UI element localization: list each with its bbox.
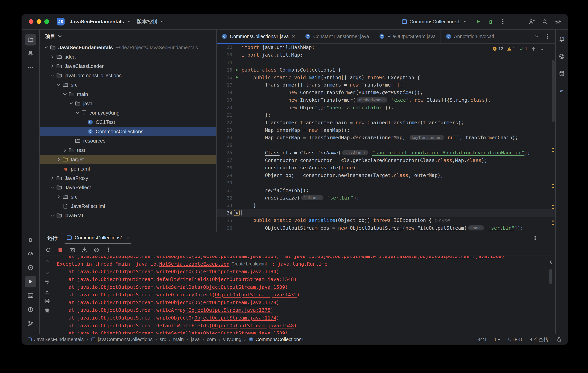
minimize-window-button[interactable] xyxy=(37,19,41,24)
inspection-count[interactable]: 1 xyxy=(507,46,515,51)
clear-console-icon[interactable] xyxy=(44,308,50,314)
tree-chevron-icon[interactable] xyxy=(49,212,56,219)
run-configuration-selector[interactable]: CommonsCollections1 xyxy=(399,16,471,27)
stack-trace-link[interactable]: ObjectOutputStream.java:1548 xyxy=(212,277,294,282)
breadcrumb-item[interactable]: src xyxy=(160,337,166,342)
close-tab-icon[interactable]: × xyxy=(126,235,129,240)
run-gutter-icon[interactable] xyxy=(234,74,240,81)
create-breakpoint-link[interactable]: Create breakpoint xyxy=(230,261,269,267)
tree-item-target[interactable]: target xyxy=(40,155,216,164)
code-line-25[interactable]: 25 xyxy=(217,141,555,149)
code-line-29[interactable]: 29 Object obj = constructor.newInstance(… xyxy=(217,171,555,179)
mute-icon[interactable] xyxy=(93,247,100,253)
problems-tool-icon[interactable] xyxy=(25,304,36,315)
prev-occurrence-icon[interactable] xyxy=(44,259,50,265)
line-number[interactable]: 32 xyxy=(217,195,232,201)
code-line-32[interactable]: 32 unserialize(fileName: "ser.bin"); xyxy=(217,194,555,202)
tree-item-javacommonscollections[interactable]: javaCommonsCollections xyxy=(40,71,216,80)
print-icon[interactable] xyxy=(44,298,50,304)
scroll-to-end-icon[interactable] xyxy=(44,288,50,294)
line-number[interactable]: 26 xyxy=(217,150,232,155)
tree-item-javasecfundamentals[interactable]: JavaSecFundamentals~/IdeaProjects/JavaSe… xyxy=(40,43,216,52)
code-line-31[interactable]: 31 serialize(obj); xyxy=(217,187,555,194)
line-number[interactable]: 23 xyxy=(217,128,232,133)
tree-chevron-icon[interactable] xyxy=(49,54,56,60)
run-gutter-icon[interactable] xyxy=(234,67,240,73)
hide-panel-icon[interactable] xyxy=(544,235,550,241)
stack-trace-link[interactable]: ObjectOutputStream.java:1509 xyxy=(203,284,285,290)
ai-assistant-icon[interactable] xyxy=(557,51,567,62)
tree-chevron-icon[interactable] xyxy=(74,110,81,116)
stack-trace-link[interactable]: NotSerializableException xyxy=(159,261,230,267)
breadcrumb-item[interactable]: javaCommonsCollections xyxy=(91,337,153,342)
line-number[interactable]: 27 xyxy=(217,158,232,163)
stack-trace-link[interactable]: ObjectOutputStream.java:1548 xyxy=(212,323,294,329)
tree-chevron-icon[interactable] xyxy=(55,194,62,200)
editor-tab[interactable]: CCommonsCollections1.java× xyxy=(217,30,300,43)
code-line-15[interactable]: 15public class CommonsCollections1 { xyxy=(217,66,555,74)
breadcrumb-item[interactable]: CCommonsCollections1 xyxy=(249,337,304,342)
stack-trace-link[interactable]: ObjectOutputStream.java:1509 xyxy=(420,256,502,259)
tree-item-javareflect-iml[interactable]: JavaReflect.iml xyxy=(40,202,216,211)
line-number[interactable]: 18 xyxy=(217,90,232,95)
inspection-count[interactable]: 1 xyxy=(519,46,527,51)
tree-item-javareflect[interactable]: JavaReflect xyxy=(40,183,216,192)
lock-icon[interactable] xyxy=(556,336,562,342)
code-with-me-icon[interactable] xyxy=(526,17,537,27)
code-line-17[interactable]: 17 Transformer[] transformers = new Tran… xyxy=(217,81,555,89)
stack-trace-link[interactable]: ObjectOutputStream.java:1432 xyxy=(215,292,297,298)
editor-scrollbar[interactable] xyxy=(551,43,555,232)
code-line-33[interactable]: 33 } xyxy=(217,202,555,209)
tree-item-commonscollections1[interactable]: CCommonsCollections1 xyxy=(40,127,216,136)
vcs-menu[interactable]: 版本控制 xyxy=(135,16,168,27)
terminal-tool-icon[interactable] xyxy=(25,290,36,301)
line-number[interactable]: 29 xyxy=(217,173,232,178)
line-number[interactable]: 35 xyxy=(217,218,232,223)
tree-chevron-icon[interactable] xyxy=(62,91,68,97)
stack-trace-link[interactable]: ObjectOutputStream.java:1509 xyxy=(203,330,285,334)
line-number[interactable]: 31 xyxy=(217,188,232,193)
line-number[interactable]: 28 xyxy=(217,165,232,170)
next-occurrence-icon[interactable] xyxy=(44,269,50,275)
code-line-18[interactable]: 18 new ConstantTransformer(Runtime.getRu… xyxy=(217,89,555,96)
code-line-30[interactable]: 30 xyxy=(217,179,555,187)
tree-item-javaproxy[interactable]: JavaProxy xyxy=(40,173,216,183)
run-tool-icon[interactable] xyxy=(25,276,36,288)
project-tool-icon[interactable] xyxy=(25,34,36,45)
breadcrumb-item[interactable]: main xyxy=(173,337,184,342)
line-number[interactable]: 30 xyxy=(217,180,232,185)
structure-tool-icon[interactable] xyxy=(25,48,36,60)
editor-code-area[interactable]: 12import java.util.HashMap;13import java… xyxy=(217,43,555,232)
stack-trace-link[interactable]: ObjectOutputStream.java:1174 xyxy=(194,315,276,321)
tree-item--idea[interactable]: .idea xyxy=(40,52,216,62)
code-line-24[interactable]: 24 Map outerMap = TransformedMap.decorat… xyxy=(217,134,555,142)
stop-icon[interactable] xyxy=(57,247,63,253)
caret-position[interactable]: 34:1 xyxy=(477,337,487,342)
code-line-13[interactable]: 13import java.util.Map; xyxy=(217,51,555,59)
stack-trace-link[interactable]: ObjectOutputStream.java:1178 xyxy=(194,300,276,305)
file-encoding[interactable]: UTF-8 xyxy=(508,337,522,342)
soft-wrap-icon[interactable] xyxy=(44,278,50,285)
tree-chevron-icon[interactable] xyxy=(62,147,68,153)
rerun-icon[interactable] xyxy=(45,247,51,253)
tree-chevron-icon[interactable] xyxy=(49,175,56,181)
code-line-16[interactable]: 16 public static void main(String[] args… xyxy=(217,74,555,81)
more-actions-icon[interactable] xyxy=(498,17,508,27)
tree-item-src[interactable]: src xyxy=(40,192,216,202)
code-line-28[interactable]: 28 constructor.setAccessible(true); xyxy=(217,164,555,172)
line-ending[interactable]: LF xyxy=(495,337,500,342)
notifications-icon[interactable] xyxy=(557,34,567,44)
database-icon[interactable] xyxy=(557,68,567,79)
editor-tab[interactable]: CConstantTransformer.java xyxy=(300,30,374,43)
console-output[interactable]: at java.io.ObjectOutputStream.writeObjec… xyxy=(57,256,545,334)
line-number[interactable]: 14 xyxy=(217,60,232,65)
expand-panel-icon[interactable] xyxy=(547,259,554,265)
tree-chevron-icon[interactable] xyxy=(49,72,56,79)
tree-item-java[interactable]: java xyxy=(40,99,216,108)
tab-options-icon[interactable] xyxy=(545,33,551,40)
code-line-35[interactable]: 35 public static void serialize(Object o… xyxy=(217,217,555,224)
line-number[interactable]: 24 xyxy=(217,135,232,140)
maven-icon[interactable]: m xyxy=(557,85,567,96)
project-widget[interactable]: JS JavaSecFundamentals xyxy=(54,16,135,27)
code-line-26[interactable]: 26 Class cls = Class.forName(className: … xyxy=(217,149,555,157)
